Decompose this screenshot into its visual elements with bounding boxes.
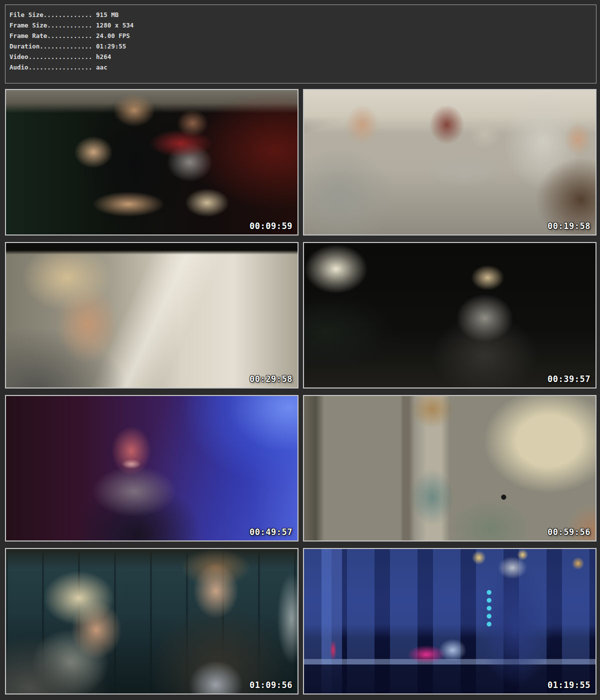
timestamp-overlay: 00:09:59 [250,221,292,231]
timestamp-overlay: 00:49:57 [250,527,292,537]
frame-size-line: Frame Size............ 1280 x 534 [10,20,592,30]
audio-codec-line: Audio................. aac [10,62,592,72]
timestamp-overlay: 00:19:58 [548,221,590,231]
timestamp-overlay: 01:19:55 [548,680,590,690]
screenshot-thumbnail-4[interactable]: 00:39:57 [303,242,596,388]
timestamp-overlay: 00:39:57 [548,374,590,384]
timestamp-overlay: 00:29:58 [250,374,292,384]
video-frame-image-6 [304,396,596,540]
video-frame-image-4 [304,243,596,388]
screenshot-thumbnail-3[interactable]: 00:29:58 [5,242,298,388]
screenshot-grid: 00:09:59 00:19:58 00:29:58 00:39:57 00:4… [5,89,596,694]
screenshot-thumbnail-2[interactable]: 00:19:58 [303,89,596,236]
video-frame-image-3 [6,243,298,388]
video-frame-image-7 [6,549,298,694]
screenshot-thumbnail-7[interactable]: 01:09:56 [5,548,298,694]
frame-rate-line: Frame Rate............ 24.00 FPS [10,30,592,41]
video-frame-image-1 [6,90,298,234]
video-frame-image-2 [304,90,596,234]
video-codec-line: Video................. h264 [10,52,592,62]
screenshot-thumbnail-5[interactable]: 00:49:57 [5,395,298,542]
video-frame-image-5 [6,396,298,540]
page: File Size............. 915 MB Frame Size… [0,0,600,700]
timestamp-overlay: 01:09:56 [250,680,292,690]
file-size-line: File Size............. 915 MB [10,10,592,20]
screenshot-thumbnail-6[interactable]: 00:59:56 [303,395,596,542]
timestamp-overlay: 00:59:56 [548,527,590,537]
file-info-panel: File Size............. 915 MB Frame Size… [5,4,596,84]
duration-line: Duration.............. 01:29:55 [10,41,592,52]
screenshot-thumbnail-1[interactable]: 00:09:59 [5,89,298,236]
screenshot-thumbnail-8[interactable]: 01:19:55 [303,548,596,694]
video-frame-image-8 [304,549,596,694]
